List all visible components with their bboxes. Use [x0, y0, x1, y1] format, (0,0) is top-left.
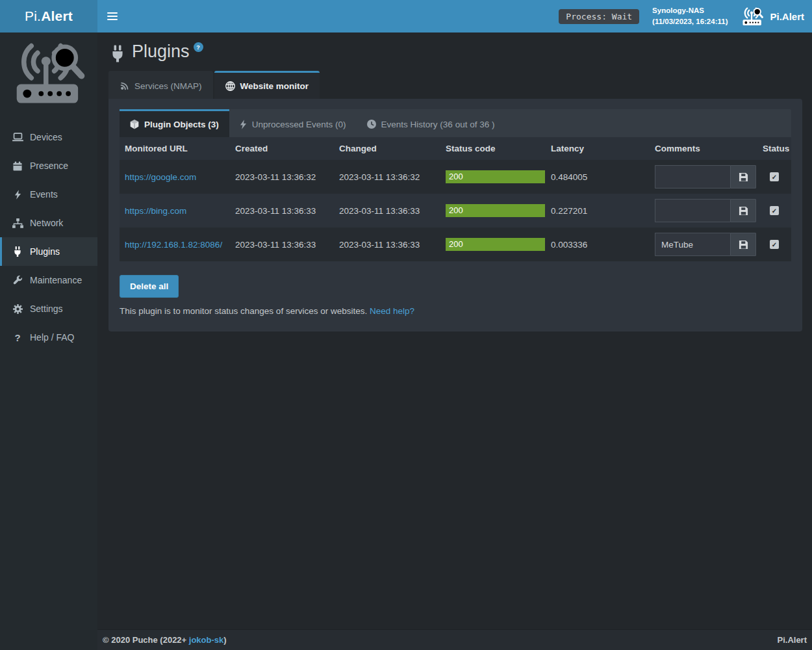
need-help-link[interactable]: Need help? — [370, 306, 414, 316]
question-icon: ? — [12, 332, 23, 343]
table-header-row: Monitored URL Created Changed Status cod… — [120, 137, 791, 160]
broadcast-icon — [120, 81, 129, 91]
changed-value: 2023-03-11 13:36:32 — [334, 160, 440, 194]
brand-text-bold: Alert — [41, 8, 73, 24]
comment-input[interactable] — [655, 165, 730, 188]
help-badge[interactable]: ? — [194, 42, 203, 52]
calendar-icon — [12, 161, 23, 171]
host-name: Synology-NAS — [652, 5, 728, 16]
router-search-icon — [741, 6, 764, 27]
delete-all-button[interactable]: Delete all — [120, 275, 179, 298]
floppy-icon — [739, 172, 748, 182]
table-row: http://192.168.1.82:8086/ 2023-03-11 13:… — [120, 228, 791, 261]
sidebar-item-help-faq[interactable]: ? Help / FAQ — [0, 323, 97, 352]
save-comment-button[interactable] — [730, 233, 756, 256]
host-timestamp: (11/03/2023, 16:24:11) — [652, 16, 728, 27]
comment-input[interactable] — [655, 233, 730, 256]
monitored-url-link[interactable]: https://bing.com — [125, 206, 186, 216]
col-status-code: Status code — [440, 137, 546, 160]
sidebar-item-maintenance[interactable]: Maintenance — [0, 266, 97, 294]
latency-value: 0.003336 — [546, 228, 650, 261]
top-bar: Pi.Alert Process: Wait Synology-NAS (11/… — [0, 0, 812, 32]
table-row: https://bing.com 2023-03-11 13:36:33 202… — [120, 194, 791, 228]
status-code-bar: 200 — [446, 204, 545, 217]
plug-icon — [110, 45, 125, 62]
brand-logo[interactable]: Pi.Alert — [0, 0, 97, 32]
top-navbar: Process: Wait Synology-NAS (11/03/2023, … — [97, 0, 812, 32]
tab-unprocessed-events[interactable]: Unprocessed Events (0) — [229, 109, 357, 137]
comment-input[interactable] — [655, 199, 730, 222]
sidebar-item-plugins[interactable]: Plugins — [0, 237, 97, 266]
author-link[interactable]: jokob-sk — [189, 635, 223, 645]
save-comment-button[interactable] — [730, 165, 756, 188]
tab-events-history[interactable]: Events History (36 out of 36 ) — [357, 109, 505, 137]
website-monitor-panel: Plugin Objects (3) Unprocessed Events (0… — [108, 99, 802, 332]
status-code-bar: 200 — [446, 238, 545, 251]
cube-icon — [130, 120, 139, 129]
bolt-icon — [12, 190, 23, 200]
wrench-icon — [12, 276, 23, 285]
floppy-icon — [739, 240, 748, 250]
col-latency: Latency — [546, 137, 650, 160]
gear-icon — [12, 304, 23, 314]
plug-icon — [12, 246, 23, 257]
col-monitored-url: Monitored URL — [120, 137, 230, 160]
tab-website-monitor[interactable]: Website monitor — [214, 71, 320, 99]
sidebar-item-presence[interactable]: Presence — [0, 151, 97, 180]
hamburger-icon — [107, 12, 118, 14]
monitored-url-link[interactable]: http://192.168.1.82:8086/ — [125, 240, 222, 250]
clock-icon — [367, 120, 376, 129]
sidebar-item-devices[interactable]: Devices — [0, 123, 97, 151]
created-value: 2023-03-11 13:36:33 — [230, 194, 334, 228]
tab-services-nmap[interactable]: Services (NMAP) — [108, 71, 213, 99]
monitored-urls-table: Monitored URL Created Changed Status cod… — [120, 137, 791, 261]
footer: © 2020 Puche (2022+ jokob-sk) Pi.Alert — [97, 629, 812, 650]
brand-text-normal: Pi. — [25, 8, 41, 24]
created-value: 2023-03-11 13:36:33 — [230, 228, 334, 261]
plugin-tabs: Services (NMAP) Website monitor — [108, 71, 802, 99]
status-checkbox[interactable] — [770, 240, 779, 249]
latency-value: 0.227201 — [546, 194, 650, 228]
col-comments: Comments — [650, 137, 757, 160]
content-area: Plugins ? Services (NMAP) Website monito… — [97, 32, 812, 629]
app-name: Pi.Alert — [770, 11, 804, 22]
page-title-text: Plugins — [132, 42, 190, 62]
footer-copyright: © 2020 Puche (2022+ jokob-sk) — [103, 635, 227, 645]
plugin-subtabs: Plugin Objects (3) Unprocessed Events (0… — [120, 109, 791, 137]
sidebar-toggle-button[interactable] — [97, 0, 127, 32]
bolt-icon — [240, 120, 247, 129]
laptop-icon — [12, 133, 23, 142]
process-status-badge: Process: Wait — [559, 9, 639, 24]
sidebar-item-events[interactable]: Events — [0, 180, 97, 209]
monitored-url-link[interactable]: https://google.com — [125, 172, 196, 182]
sidebar: Devices Presence Events Network — [0, 32, 97, 650]
sidebar-item-settings[interactable]: Settings — [0, 294, 97, 323]
save-comment-button[interactable] — [730, 199, 756, 222]
floppy-icon — [739, 206, 748, 216]
status-code-bar: 200 — [446, 170, 545, 183]
page-title: Plugins ? — [110, 42, 802, 62]
host-info: Synology-NAS (11/03/2023, 16:24:11) — [652, 5, 728, 27]
app-logo — [0, 32, 97, 114]
status-checkbox[interactable] — [770, 206, 779, 215]
sidebar-menu: Devices Presence Events Network — [0, 123, 97, 352]
changed-value: 2023-03-11 13:36:33 — [334, 228, 440, 261]
status-checkbox[interactable] — [770, 172, 779, 181]
col-changed: Changed — [334, 137, 440, 160]
footer-app-name: Pi.Alert — [777, 635, 807, 645]
table-row: https://google.com 2023-03-11 13:36:32 2… — [120, 160, 791, 194]
latency-value: 0.484005 — [546, 160, 650, 194]
changed-value: 2023-03-11 13:36:33 — [334, 194, 440, 228]
sidebar-item-network[interactable]: Network — [0, 209, 97, 237]
created-value: 2023-03-11 13:36:32 — [230, 160, 334, 194]
router-search-logo-icon — [10, 40, 86, 107]
globe-icon — [225, 81, 235, 91]
col-created: Created — [230, 137, 334, 160]
sitemap-icon — [12, 218, 23, 228]
col-status: Status — [757, 137, 791, 160]
tab-plugin-objects[interactable]: Plugin Objects (3) — [120, 109, 229, 137]
plugin-description: This plugin is to monitor status changes… — [120, 306, 791, 316]
